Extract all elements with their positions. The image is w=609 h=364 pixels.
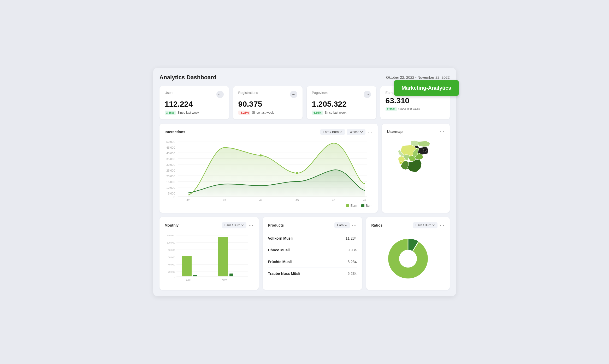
- usermap-card: Usermap ···: [382, 124, 450, 213]
- kpi-badge-earns: 2.35%: [386, 107, 397, 111]
- nov-burn-bar: [229, 274, 233, 276]
- earn-dot-45: [296, 172, 298, 174]
- kpi-card-registrations: Registrations ··· 90.375 -5.25% Since la…: [233, 86, 303, 119]
- oct-earn-bar: [182, 256, 192, 276]
- earn-legend-dot: [346, 204, 349, 207]
- monthly-chart-area: 120.000 100.000 80.000 60.000 40.000 20.…: [165, 233, 253, 285]
- svg-text:46: 46: [332, 199, 335, 202]
- kpi-change-earns: 2.35% Since last week: [386, 107, 445, 111]
- interactions-legend: Earn Burn: [165, 204, 373, 208]
- usermap-menu[interactable]: ···: [440, 129, 444, 134]
- svg-text:20.000: 20.000: [166, 175, 175, 178]
- monthly-menu[interactable]: ···: [249, 223, 253, 228]
- kpi-change-users: 3.65% Since last week: [165, 111, 224, 115]
- svg-text:45: 45: [295, 199, 299, 202]
- monthly-controls: Earn / Burn ···: [222, 222, 253, 228]
- kpi-menu-users[interactable]: ···: [216, 91, 224, 98]
- ratios-menu[interactable]: ···: [440, 223, 444, 228]
- date-range: Oktober 22, 2022 - November 22, 2022: [386, 75, 450, 80]
- monthly-svg: 120.000 100.000 80.000 60.000 40.000 20.…: [165, 233, 253, 285]
- svg-text:100.000: 100.000: [167, 241, 175, 244]
- svg-text:120.000: 120.000: [167, 234, 175, 237]
- svg-text:15.000: 15.000: [166, 180, 175, 184]
- monthly-earn-burn-dropdown[interactable]: Earn / Burn: [222, 222, 247, 228]
- product-value-1: 9.934: [347, 248, 357, 252]
- germany-map: [387, 138, 445, 206]
- product-value-2: 8.234: [347, 260, 357, 264]
- svg-text:43: 43: [223, 199, 226, 202]
- product-name-0: Vollkorn Müsli: [268, 236, 293, 240]
- chevron-down-icon-3: [241, 224, 244, 227]
- interactions-card: Interactions Earn / Burn Woche ···: [159, 124, 378, 213]
- kpi-label-pageviews: Pageviews: [312, 91, 328, 95]
- product-name-1: Choco Müsli: [268, 248, 290, 252]
- interactions-controls: Earn / Burn Woche ···: [320, 129, 373, 135]
- kpi-card-pageviews: Pageviews ··· 1.205.322 4.65% Since last…: [307, 86, 376, 119]
- svg-text:30.000: 30.000: [166, 163, 175, 166]
- woche-dropdown[interactable]: Woche: [347, 129, 365, 135]
- kpi-value-earns: 63.310: [386, 96, 445, 105]
- svg-text:Oct: Oct: [186, 278, 190, 281]
- svg-text:60.000: 60.000: [168, 256, 175, 259]
- legend-earn: Earn: [346, 204, 357, 208]
- svg-text:50.000: 50.000: [166, 140, 175, 143]
- products-title: Products: [268, 223, 284, 227]
- main-row: Interactions Earn / Burn Woche ···: [159, 124, 450, 213]
- svg-text:44: 44: [259, 199, 262, 202]
- interactions-menu[interactable]: ···: [368, 129, 372, 135]
- germany-svg: [390, 138, 442, 206]
- kpi-value-registrations: 90.375: [238, 100, 297, 108]
- interactions-svg: 50.000 45.000 40.000 35.000 30.000 25.00…: [165, 139, 373, 202]
- ratios-title: Ratios: [371, 223, 383, 227]
- product-row-2: Früchte Müsli 8.234: [268, 256, 357, 268]
- kpi-change-pageviews: 4.65% Since last week: [312, 111, 371, 115]
- monthly-title: Monthly: [165, 223, 179, 227]
- monthly-header: Monthly Earn / Burn ···: [165, 222, 253, 228]
- kpi-badge-registrations: -5.25%: [238, 111, 251, 115]
- kpi-badge-pageviews: 4.65%: [312, 111, 323, 115]
- svg-text:42: 42: [186, 199, 190, 202]
- kpi-change-registrations: -5.25% Since last week: [238, 111, 297, 115]
- chevron-down-icon-5: [432, 224, 435, 227]
- chevron-down-icon-4: [345, 224, 347, 227]
- earn-dot-44: [260, 154, 262, 156]
- interactions-title: Interactions: [165, 130, 185, 134]
- product-row-3: Traube Nuss Müsli 5.234: [268, 268, 357, 279]
- products-list: Vollkorn Müsli 11.234 Choco Müsli 9.934 …: [268, 233, 357, 279]
- svg-text:20.000: 20.000: [168, 271, 175, 273]
- interactions-header: Interactions Earn / Burn Woche ···: [165, 129, 373, 135]
- svg-text:47: 47: [363, 199, 366, 202]
- product-value-3: 5.234: [347, 271, 357, 276]
- kpi-value-users: 112.224: [165, 100, 224, 108]
- earn-burn-dropdown[interactable]: Earn / Burn: [320, 129, 345, 135]
- product-row-1: Choco Müsli 9.934: [268, 244, 357, 256]
- product-row-0: Vollkorn Müsli 11.234: [268, 233, 357, 244]
- svg-text:45.000: 45.000: [166, 146, 175, 149]
- svg-text:0: 0: [173, 196, 175, 199]
- kpi-label-registrations: Registrations: [238, 91, 258, 95]
- svg-text:0: 0: [174, 275, 175, 278]
- interactions-chart-area: 50.000 45.000 40.000 35.000 30.000 25.00…: [165, 139, 373, 202]
- kpi-label-users: Users: [165, 91, 174, 95]
- ratios-card: Ratios Earn / Burn ···: [366, 217, 450, 290]
- svg-text:40.000: 40.000: [166, 152, 175, 155]
- products-menu[interactable]: ···: [352, 223, 357, 228]
- kpi-value-pageviews: 1.205.322: [312, 100, 371, 108]
- usermap-title: Usermap: [387, 130, 403, 134]
- chevron-down-icon-2: [360, 131, 363, 133]
- kpi-card-users: Users ··· 112.224 3.65% Since last week: [159, 86, 229, 119]
- svg-text:35.000: 35.000: [166, 157, 175, 161]
- ratios-controls: Earn / Burn ···: [413, 222, 445, 228]
- burn-legend-dot: [361, 204, 364, 207]
- products-card: Products Earn ··· Vollkorn Müsli 11.234 …: [263, 217, 362, 290]
- kpi-menu-pageviews[interactable]: ···: [364, 91, 371, 98]
- product-name-2: Früchte Müsli: [268, 260, 292, 264]
- products-earn-dropdown[interactable]: Earn: [334, 222, 350, 228]
- chevron-down-icon: [340, 131, 342, 133]
- svg-text:25.000: 25.000: [166, 169, 175, 172]
- svg-text:Nov: Nov: [222, 278, 227, 281]
- ratios-earn-burn-dropdown[interactable]: Earn / Burn: [413, 222, 438, 228]
- donut-area: [371, 233, 445, 285]
- kpi-menu-registrations[interactable]: ···: [290, 91, 297, 98]
- dashboard-container: Marketing-Analytics Analytics Dashboard …: [153, 68, 456, 296]
